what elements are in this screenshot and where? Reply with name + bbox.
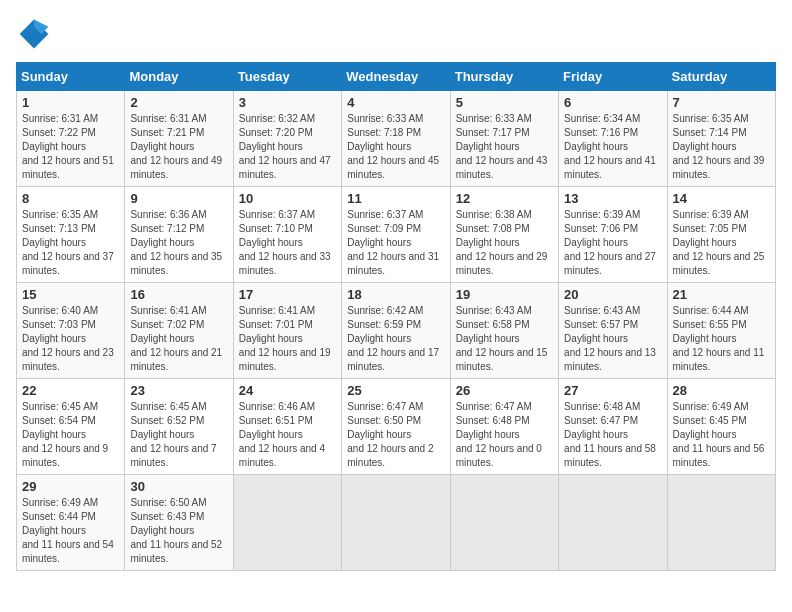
- weekday-header-tuesday: Tuesday: [233, 63, 341, 91]
- day-number: 23: [130, 383, 227, 398]
- calendar-week-1: 1 Sunrise: 6:31 AM Sunset: 7:22 PM Dayli…: [17, 91, 776, 187]
- calendar-cell: 3 Sunrise: 6:32 AM Sunset: 7:20 PM Dayli…: [233, 91, 341, 187]
- calendar-cell: 9 Sunrise: 6:36 AM Sunset: 7:12 PM Dayli…: [125, 187, 233, 283]
- day-info: Sunrise: 6:39 AM Sunset: 7:05 PM Dayligh…: [673, 208, 770, 278]
- weekday-header-sunday: Sunday: [17, 63, 125, 91]
- calendar-week-3: 15 Sunrise: 6:40 AM Sunset: 7:03 PM Dayl…: [17, 283, 776, 379]
- day-info: Sunrise: 6:49 AM Sunset: 6:45 PM Dayligh…: [673, 400, 770, 470]
- calendar-cell: [233, 475, 341, 571]
- day-info: Sunrise: 6:43 AM Sunset: 6:58 PM Dayligh…: [456, 304, 553, 374]
- day-number: 12: [456, 191, 553, 206]
- day-info: Sunrise: 6:35 AM Sunset: 7:13 PM Dayligh…: [22, 208, 119, 278]
- day-number: 9: [130, 191, 227, 206]
- day-number: 20: [564, 287, 661, 302]
- day-number: 7: [673, 95, 770, 110]
- day-number: 15: [22, 287, 119, 302]
- day-number: 21: [673, 287, 770, 302]
- weekday-header-friday: Friday: [559, 63, 667, 91]
- day-number: 3: [239, 95, 336, 110]
- calendar-cell: 5 Sunrise: 6:33 AM Sunset: 7:17 PM Dayli…: [450, 91, 558, 187]
- day-info: Sunrise: 6:43 AM Sunset: 6:57 PM Dayligh…: [564, 304, 661, 374]
- day-number: 5: [456, 95, 553, 110]
- calendar-cell: 6 Sunrise: 6:34 AM Sunset: 7:16 PM Dayli…: [559, 91, 667, 187]
- calendar-cell: [667, 475, 775, 571]
- day-number: 1: [22, 95, 119, 110]
- day-number: 18: [347, 287, 444, 302]
- calendar-cell: 14 Sunrise: 6:39 AM Sunset: 7:05 PM Dayl…: [667, 187, 775, 283]
- calendar-cell: 18 Sunrise: 6:42 AM Sunset: 6:59 PM Dayl…: [342, 283, 450, 379]
- day-number: 19: [456, 287, 553, 302]
- day-number: 8: [22, 191, 119, 206]
- calendar-cell: 7 Sunrise: 6:35 AM Sunset: 7:14 PM Dayli…: [667, 91, 775, 187]
- day-number: 30: [130, 479, 227, 494]
- calendar-cell: 29 Sunrise: 6:49 AM Sunset: 6:44 PM Dayl…: [17, 475, 125, 571]
- calendar-cell: 19 Sunrise: 6:43 AM Sunset: 6:58 PM Dayl…: [450, 283, 558, 379]
- day-info: Sunrise: 6:50 AM Sunset: 6:43 PM Dayligh…: [130, 496, 227, 566]
- day-info: Sunrise: 6:39 AM Sunset: 7:06 PM Dayligh…: [564, 208, 661, 278]
- day-number: 10: [239, 191, 336, 206]
- day-number: 28: [673, 383, 770, 398]
- day-info: Sunrise: 6:41 AM Sunset: 7:01 PM Dayligh…: [239, 304, 336, 374]
- day-info: Sunrise: 6:47 AM Sunset: 6:48 PM Dayligh…: [456, 400, 553, 470]
- day-number: 13: [564, 191, 661, 206]
- calendar-cell: 2 Sunrise: 6:31 AM Sunset: 7:21 PM Dayli…: [125, 91, 233, 187]
- day-info: Sunrise: 6:49 AM Sunset: 6:44 PM Dayligh…: [22, 496, 119, 566]
- day-info: Sunrise: 6:47 AM Sunset: 6:50 PM Dayligh…: [347, 400, 444, 470]
- calendar-week-2: 8 Sunrise: 6:35 AM Sunset: 7:13 PM Dayli…: [17, 187, 776, 283]
- day-number: 22: [22, 383, 119, 398]
- calendar-cell: 24 Sunrise: 6:46 AM Sunset: 6:51 PM Dayl…: [233, 379, 341, 475]
- day-info: Sunrise: 6:34 AM Sunset: 7:16 PM Dayligh…: [564, 112, 661, 182]
- weekday-header-wednesday: Wednesday: [342, 63, 450, 91]
- calendar-cell: 23 Sunrise: 6:45 AM Sunset: 6:52 PM Dayl…: [125, 379, 233, 475]
- calendar-cell: 20 Sunrise: 6:43 AM Sunset: 6:57 PM Dayl…: [559, 283, 667, 379]
- day-info: Sunrise: 6:33 AM Sunset: 7:18 PM Dayligh…: [347, 112, 444, 182]
- weekday-header-thursday: Thursday: [450, 63, 558, 91]
- day-number: 17: [239, 287, 336, 302]
- calendar-table: SundayMondayTuesdayWednesdayThursdayFrid…: [16, 62, 776, 571]
- day-info: Sunrise: 6:45 AM Sunset: 6:52 PM Dayligh…: [130, 400, 227, 470]
- calendar-cell: 25 Sunrise: 6:47 AM Sunset: 6:50 PM Dayl…: [342, 379, 450, 475]
- day-info: Sunrise: 6:38 AM Sunset: 7:08 PM Dayligh…: [456, 208, 553, 278]
- day-number: 16: [130, 287, 227, 302]
- day-info: Sunrise: 6:32 AM Sunset: 7:20 PM Dayligh…: [239, 112, 336, 182]
- day-info: Sunrise: 6:31 AM Sunset: 7:21 PM Dayligh…: [130, 112, 227, 182]
- day-number: 14: [673, 191, 770, 206]
- calendar-cell: 30 Sunrise: 6:50 AM Sunset: 6:43 PM Dayl…: [125, 475, 233, 571]
- day-number: 26: [456, 383, 553, 398]
- calendar-cell: 10 Sunrise: 6:37 AM Sunset: 7:10 PM Dayl…: [233, 187, 341, 283]
- day-number: 11: [347, 191, 444, 206]
- logo: [16, 16, 58, 52]
- day-info: Sunrise: 6:36 AM Sunset: 7:12 PM Dayligh…: [130, 208, 227, 278]
- day-info: Sunrise: 6:41 AM Sunset: 7:02 PM Dayligh…: [130, 304, 227, 374]
- calendar-cell: 26 Sunrise: 6:47 AM Sunset: 6:48 PM Dayl…: [450, 379, 558, 475]
- calendar-cell: 4 Sunrise: 6:33 AM Sunset: 7:18 PM Dayli…: [342, 91, 450, 187]
- calendar-cell: [450, 475, 558, 571]
- day-number: 25: [347, 383, 444, 398]
- calendar-cell: 15 Sunrise: 6:40 AM Sunset: 7:03 PM Dayl…: [17, 283, 125, 379]
- day-info: Sunrise: 6:44 AM Sunset: 6:55 PM Dayligh…: [673, 304, 770, 374]
- day-number: 24: [239, 383, 336, 398]
- calendar-cell: 22 Sunrise: 6:45 AM Sunset: 6:54 PM Dayl…: [17, 379, 125, 475]
- calendar-cell: [342, 475, 450, 571]
- calendar-cell: 11 Sunrise: 6:37 AM Sunset: 7:09 PM Dayl…: [342, 187, 450, 283]
- day-info: Sunrise: 6:35 AM Sunset: 7:14 PM Dayligh…: [673, 112, 770, 182]
- day-number: 6: [564, 95, 661, 110]
- calendar-week-4: 22 Sunrise: 6:45 AM Sunset: 6:54 PM Dayl…: [17, 379, 776, 475]
- calendar-header-row: SundayMondayTuesdayWednesdayThursdayFrid…: [17, 63, 776, 91]
- day-info: Sunrise: 6:37 AM Sunset: 7:10 PM Dayligh…: [239, 208, 336, 278]
- weekday-header-saturday: Saturday: [667, 63, 775, 91]
- weekday-header-monday: Monday: [125, 63, 233, 91]
- day-number: 2: [130, 95, 227, 110]
- calendar-cell: 28 Sunrise: 6:49 AM Sunset: 6:45 PM Dayl…: [667, 379, 775, 475]
- calendar-cell: [559, 475, 667, 571]
- day-info: Sunrise: 6:31 AM Sunset: 7:22 PM Dayligh…: [22, 112, 119, 182]
- calendar-cell: 16 Sunrise: 6:41 AM Sunset: 7:02 PM Dayl…: [125, 283, 233, 379]
- calendar-cell: 12 Sunrise: 6:38 AM Sunset: 7:08 PM Dayl…: [450, 187, 558, 283]
- day-info: Sunrise: 6:42 AM Sunset: 6:59 PM Dayligh…: [347, 304, 444, 374]
- calendar-cell: 13 Sunrise: 6:39 AM Sunset: 7:06 PM Dayl…: [559, 187, 667, 283]
- day-info: Sunrise: 6:48 AM Sunset: 6:47 PM Dayligh…: [564, 400, 661, 470]
- page-header: [16, 16, 776, 52]
- day-number: 27: [564, 383, 661, 398]
- calendar-week-5: 29 Sunrise: 6:49 AM Sunset: 6:44 PM Dayl…: [17, 475, 776, 571]
- day-number: 4: [347, 95, 444, 110]
